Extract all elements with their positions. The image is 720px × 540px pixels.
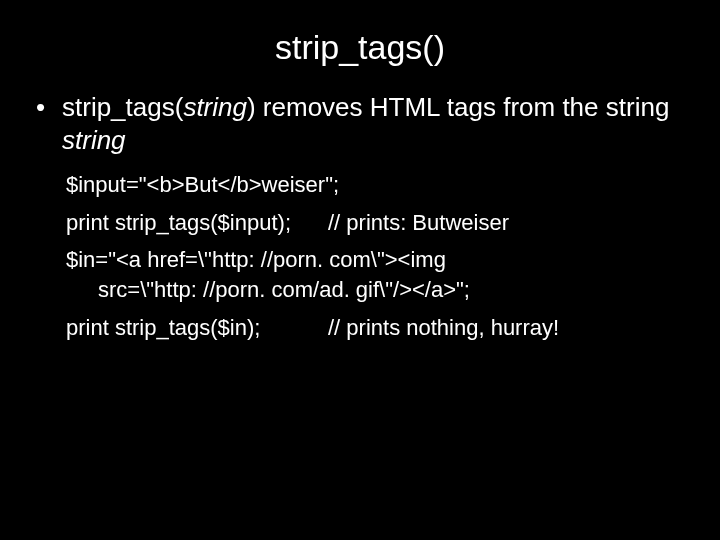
slide-title: strip_tags() bbox=[0, 0, 720, 91]
bullet-dot: • bbox=[36, 91, 62, 156]
bullet-fn: strip_tags( bbox=[62, 92, 183, 122]
code-line-3: $in="<a href=\"http: //porn. com\"><img … bbox=[66, 245, 684, 304]
code-line-1: $input="<b>But</b>weiser"; bbox=[66, 170, 684, 200]
code-line-2: print strip_tags($input); // prints: But… bbox=[66, 208, 684, 238]
code-block: $input="<b>But</b>weiser"; print strip_t… bbox=[36, 170, 684, 342]
slide: strip_tags() • strip_tags(string) remove… bbox=[0, 0, 720, 540]
code-line-3b: src=\"http: //porn. com/ad. gif\"/></a>"… bbox=[66, 275, 684, 305]
bullet-text: strip_tags(string) removes HTML tags fro… bbox=[62, 91, 684, 156]
slide-body: • strip_tags(string) removes HTML tags f… bbox=[0, 91, 720, 342]
code-line-4-left: print strip_tags($in); bbox=[66, 313, 328, 343]
code-line-2-left: print strip_tags($input); bbox=[66, 208, 328, 238]
bullet-rest: ) removes HTML tags from the string bbox=[247, 92, 669, 122]
code-line-3a: $in="<a href=\"http: //porn. com\"><img bbox=[66, 245, 684, 275]
bullet-arg: string bbox=[183, 92, 247, 122]
code-line-4-right: // prints nothing, hurray! bbox=[328, 313, 684, 343]
bullet-tail: string bbox=[62, 125, 126, 155]
code-line-2-right: // prints: Butweiser bbox=[328, 208, 684, 238]
code-line-4: print strip_tags($in); // prints nothing… bbox=[66, 313, 684, 343]
bullet-item: • strip_tags(string) removes HTML tags f… bbox=[36, 91, 684, 156]
